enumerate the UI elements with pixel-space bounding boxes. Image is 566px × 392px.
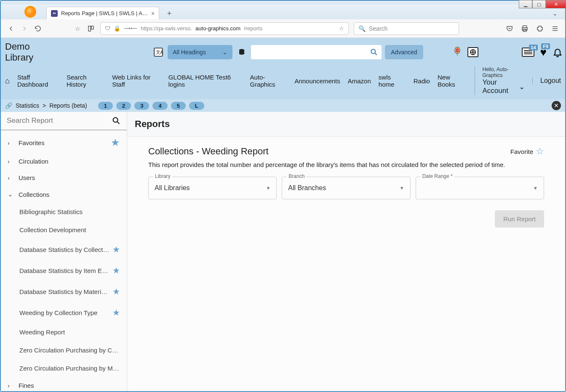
pocket-icon[interactable] (505, 24, 514, 33)
sidebar-subitem-label: Collection Development (19, 226, 120, 233)
sidebar-subitem[interactable]: Database Statistics by Collection …★ (1, 239, 127, 260)
window-minimize-button[interactable]: ▁ (519, 0, 532, 8)
sidebar-subitem[interactable]: Weeding Report (1, 323, 127, 341)
sidebar-subitem[interactable]: Database Statistics by Item Except…★ (1, 260, 127, 281)
branch-filter[interactable]: Branch All Branches ▼ (282, 177, 410, 199)
sidebar-subitem[interactable]: Database Statistics by Material Ty…★ (1, 281, 127, 302)
extensions-icon[interactable] (536, 24, 544, 33)
pager-pill[interactable]: 4 (152, 102, 167, 110)
tabs-overflow-icon[interactable]: ⌄ (553, 10, 558, 17)
library-filter[interactable]: Library All Libraries ▼ (148, 177, 277, 199)
browser-tab[interactable]: •• Reports Page | SWLS | SWLS | A… × (46, 7, 159, 19)
breadcrumb-row: 🔗 Statistics > Reports (beta) 1 2 3 4 5 … (1, 99, 565, 112)
search-icon (370, 48, 378, 56)
menu-item[interactable]: Web Links for Staff (112, 74, 161, 88)
sidebar-subitem-label: Zero Circulation Purchasing by Collect… (19, 347, 120, 354)
filter-value: All Branches (288, 184, 326, 192)
logout-link[interactable]: Logout (532, 77, 561, 85)
menu-item[interactable]: Search History (67, 74, 104, 88)
url-path: /reports (244, 25, 262, 32)
sidebar-subitem[interactable]: Collection Development (1, 221, 127, 239)
sidebar-search-input[interactable] (7, 117, 107, 125)
crumb-reports[interactable]: Reports (beta) (49, 102, 87, 109)
search-icon[interactable] (112, 116, 121, 125)
menu-item[interactable]: Announcements (294, 77, 340, 85)
url-bar[interactable]: 🛡 🔒 ⟶⟵ https://qa-swls.verso.auto-graphi… (100, 22, 349, 35)
catalog-search-input[interactable] (251, 45, 382, 59)
svg-rect-1 (91, 26, 93, 29)
notifications-icon[interactable] (553, 47, 563, 58)
sidebar-subitem[interactable]: Weeding by Collection Type★ (1, 302, 127, 323)
forward-button[interactable] (20, 24, 29, 33)
pager-pill[interactable]: 2 (116, 102, 131, 110)
sidebar-subitem[interactable]: Zero Circulation Purchasing by Materi… (1, 359, 127, 377)
pager-pill[interactable]: 5 (171, 102, 186, 110)
menu-item[interactable]: New Books (438, 74, 467, 88)
sidebar-subitem-label: Database Statistics by Material Ty… (19, 288, 110, 295)
browser-search-box[interactable]: 🔍 Search (354, 22, 459, 35)
menu-item[interactable]: Radio (414, 77, 430, 85)
sidebar-subitem[interactable]: Bibliographic Statistics (1, 203, 127, 221)
sidebar-item-circulation[interactable]: › Circulation (1, 153, 127, 170)
favorites-heart-icon[interactable]: ♥ F9 (540, 46, 547, 59)
scan-icon[interactable] (467, 47, 479, 58)
sidebar-item-collections[interactable]: ⌄ Collections (1, 186, 127, 203)
sidebar-subitem-label: Weeding Report (19, 328, 120, 336)
sidebar-subitem-label: Database Statistics by Collection … (19, 246, 110, 253)
close-icon[interactable]: ✕ (552, 101, 561, 110)
sidebar-subitem[interactable]: Zero Circulation Purchasing by Collect… (1, 341, 127, 359)
tab-title: Reports Page | SWLS | SWLS | A… (61, 10, 148, 16)
language-icon[interactable]: 文A (152, 46, 164, 58)
chevron-right-icon: › (8, 382, 13, 389)
balloon-icon[interactable] (454, 47, 461, 58)
window-close-button[interactable]: ✕ (546, 0, 566, 8)
chevron-right-icon: › (8, 158, 13, 165)
sidebar-search (1, 112, 127, 130)
run-report-button[interactable]: Run Report (495, 210, 544, 228)
crumb-statistics[interactable]: Statistics (16, 102, 39, 109)
menu-icon[interactable] (551, 24, 559, 33)
sidebar-item-users[interactable]: › Users (1, 170, 127, 186)
content-header: Reports (127, 112, 565, 137)
database-icon[interactable] (236, 46, 248, 58)
back-button[interactable] (7, 24, 15, 33)
account-dropdown[interactable]: Your Account⌄ (483, 78, 525, 95)
headings-dropdown[interactable]: All Headings ⌄ (168, 45, 232, 59)
menu-item[interactable]: GLOBAL HOME Test6 logins (168, 74, 243, 88)
menu-item[interactable]: Amazon (348, 77, 371, 85)
library-name: Demo Library (3, 41, 42, 63)
favorite-label: Favorite (510, 148, 533, 155)
sidebar-item-favorites[interactable]: › Favorites ★ (1, 132, 127, 153)
filter-label: Library (153, 173, 172, 179)
print-icon[interactable] (521, 24, 529, 33)
window-maximize-button[interactable]: ▢ (532, 0, 546, 8)
star-icon[interactable]: ☆ (339, 25, 344, 32)
favorite-toggle[interactable]: Favorite ☆ (510, 146, 544, 157)
menu-item[interactable]: swls home (379, 74, 406, 88)
new-tab-button[interactable]: + (163, 8, 175, 19)
pager-pill[interactable]: L (189, 102, 204, 110)
chevron-right-icon: › (8, 139, 13, 146)
bookmark-icon[interactable]: ☆ (73, 24, 82, 33)
home-icon[interactable]: ⌂ (5, 77, 10, 85)
pager-pill[interactable]: 1 (98, 102, 113, 110)
chevron-down-icon: ⌄ (8, 191, 13, 198)
advanced-search-button[interactable]: Advanced (385, 45, 423, 59)
containers-icon[interactable] (87, 24, 95, 33)
lists-icon[interactable]: 14 (522, 47, 534, 57)
menu-item[interactable]: Auto-Graphics (250, 74, 287, 88)
menu-item[interactable]: Staff Dashboard (17, 74, 59, 88)
app-topbar: Demo Library 文A All Headings ⌄ Advanced (1, 38, 565, 64)
advanced-label: Advanced (391, 49, 417, 56)
pager-pill[interactable]: 3 (134, 102, 149, 110)
sidebar-subitem-label: Bibliographic Statistics (19, 208, 120, 215)
dropdown-caret-icon: ▼ (266, 185, 270, 191)
reload-button[interactable] (34, 24, 42, 33)
star-icon: ★ (111, 137, 120, 148)
star-icon: ★ (112, 307, 120, 318)
tab-close-icon[interactable]: × (151, 10, 155, 17)
main-menu: ⌂ Staff Dashboard Search History Web Lin… (1, 64, 565, 99)
sidebar-item-fines[interactable]: › Fines (1, 377, 127, 391)
report-description: This report provides the total number an… (148, 161, 544, 168)
date-range-filter[interactable]: Date Range * ▼ (416, 177, 544, 199)
